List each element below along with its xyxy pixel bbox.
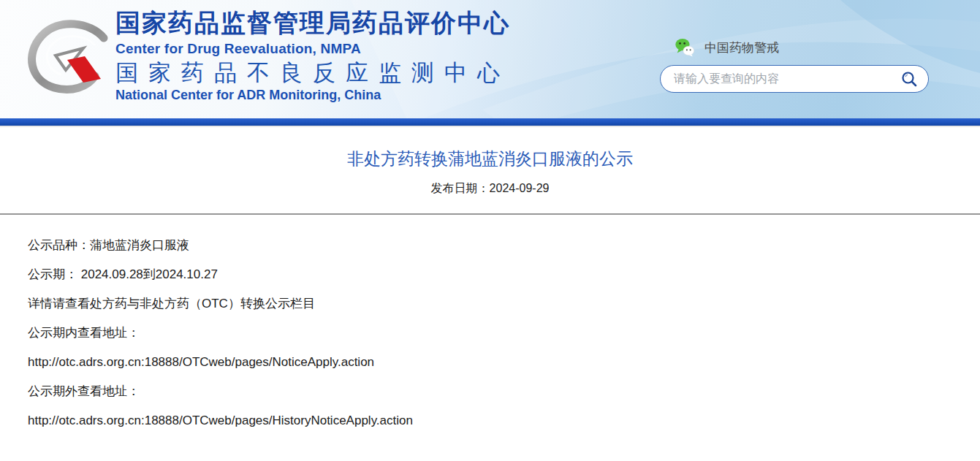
search-box — [660, 65, 929, 93]
publish-date: 发布日期：2024-09-29 — [0, 181, 980, 197]
wechat-badge: 中国药物警戒 — [675, 37, 779, 58]
article-line: http://otc.adrs.org.cn:18888/OTCweb/page… — [28, 414, 952, 428]
org-name-cn-primary: 国家药品监督管理局药品评价中心 — [115, 9, 510, 37]
wechat-icon — [675, 37, 695, 58]
article-body: 公示品种：蒲地蓝消炎口服液 公示期： 2024.09.28到2024.10.27… — [0, 215, 980, 428]
cdr-logo[interactable] — [19, 12, 117, 104]
org-name-cn-secondary: 国家药品不良反应监测中心 — [115, 60, 510, 86]
site-header: 国家药品监督管理局药品评价中心 Center for Drug Reevalua… — [0, 0, 980, 118]
header-separator-bar — [0, 118, 980, 126]
article-line: 详情请查看处方药与非处方药（OTC）转换公示栏目 — [28, 297, 952, 311]
article-content: 非处方药转换蒲地蓝消炎口服液的公示 发布日期：2024-09-29 公示品种：蒲… — [0, 127, 980, 443]
search-button[interactable] — [899, 69, 919, 89]
article-line: 公示期： 2024.09.28到2024.10.27 — [28, 267, 952, 282]
search-input[interactable] — [672, 72, 899, 86]
article-title: 非处方药转换蒲地蓝消炎口服液的公示 — [0, 148, 980, 170]
org-name-en-primary: Center for Drug Reevaluation, NMPA — [115, 41, 510, 57]
wechat-label: 中国药物警戒 — [704, 39, 779, 56]
org-name-en-secondary: National Center for ADR Monitoring, Chin… — [115, 88, 510, 103]
article-line: 公示品种：蒲地蓝消炎口服液 — [28, 238, 952, 253]
article-line: http://otc.adrs.org.cn:18888/OTCweb/page… — [28, 355, 952, 370]
search-icon — [900, 70, 918, 88]
article-line: 公示期内查看地址： — [28, 326, 952, 340]
org-title-block: 国家药品监督管理局药品评价中心 Center for Drug Reevalua… — [115, 9, 510, 103]
article-line: 公示期外查看地址： — [28, 384, 952, 399]
page: 国家药品监督管理局药品评价中心 Center for Drug Reevalua… — [0, 0, 980, 461]
